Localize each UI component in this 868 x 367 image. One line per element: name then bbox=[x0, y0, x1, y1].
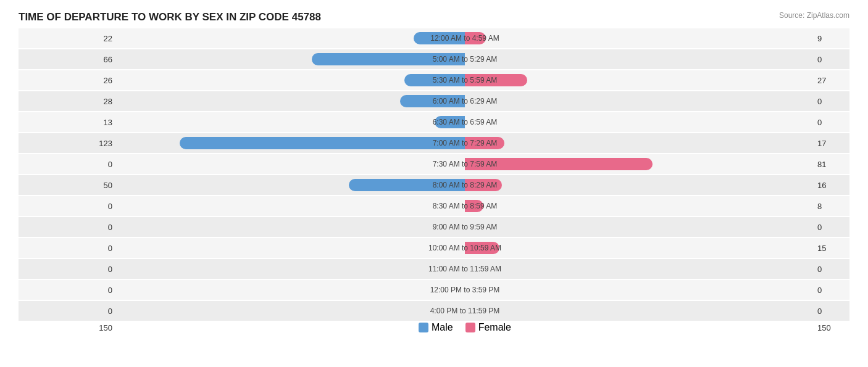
bar-center: 10:00 AM to 10:59 AM bbox=[117, 238, 812, 258]
source-label: Source: ZipAtlas.com bbox=[779, 11, 849, 20]
male-value: 0 bbox=[19, 265, 117, 274]
male-bar bbox=[435, 116, 465, 128]
chart-area: 2212:00 AM to 4:59 AM9665:00 AM to 5:29 … bbox=[19, 28, 849, 321]
male-value: 66 bbox=[19, 55, 117, 64]
table-row: 010:00 AM to 10:59 AM15 bbox=[19, 238, 849, 258]
female-value: 0 bbox=[812, 97, 849, 106]
male-value: 26 bbox=[19, 76, 117, 85]
table-row: 265:30 AM to 5:59 AM27 bbox=[19, 70, 849, 90]
bar-center: 5:30 AM to 5:59 AM bbox=[117, 70, 812, 90]
bar-center: 9:00 AM to 9:59 AM bbox=[117, 217, 812, 237]
female-bar bbox=[465, 74, 527, 86]
legend-female-box bbox=[465, 323, 475, 332]
female-value: 27 bbox=[812, 76, 849, 85]
table-row: 665:00 AM to 5:29 AM0 bbox=[19, 49, 849, 69]
bar-center: 6:30 AM to 6:59 AM bbox=[117, 112, 812, 132]
female-bar bbox=[465, 242, 499, 254]
bar-center: 4:00 PM to 11:59 PM bbox=[117, 301, 812, 321]
bar-center: 12:00 PM to 3:59 PM bbox=[117, 280, 812, 300]
female-value: 0 bbox=[812, 223, 849, 232]
female-value: 0 bbox=[812, 265, 849, 274]
legend-male-box bbox=[419, 323, 428, 332]
table-row: 011:00 AM to 11:59 AM0 bbox=[19, 259, 849, 279]
male-value: 13 bbox=[19, 118, 117, 127]
bar-center: 7:30 AM to 7:59 AM bbox=[117, 154, 812, 174]
bar-center: 8:00 AM to 8:29 AM bbox=[117, 175, 812, 195]
female-bar bbox=[465, 200, 483, 212]
male-value: 123 bbox=[19, 139, 117, 148]
chart-container: TIME OF DEPARTURE TO WORK BY SEX IN ZIP … bbox=[0, 0, 868, 358]
legend-female: Female bbox=[465, 322, 511, 333]
legend: Male Female bbox=[117, 322, 812, 333]
female-value: 15 bbox=[812, 244, 849, 253]
female-bar bbox=[465, 158, 653, 170]
female-value: 0 bbox=[812, 118, 849, 127]
male-value: 0 bbox=[19, 160, 117, 169]
table-row: 012:00 PM to 3:59 PM0 bbox=[19, 280, 849, 300]
male-value: 50 bbox=[19, 181, 117, 190]
table-row: 508:00 AM to 8:29 AM16 bbox=[19, 175, 849, 195]
female-value: 81 bbox=[812, 160, 849, 169]
table-row: 04:00 PM to 11:59 PM0 bbox=[19, 301, 849, 321]
male-bar bbox=[180, 137, 465, 149]
bar-center: 8:30 AM to 8:59 AM bbox=[117, 196, 812, 216]
male-value: 0 bbox=[19, 244, 117, 253]
legend-male: Male bbox=[419, 322, 453, 333]
male-value: 0 bbox=[19, 307, 117, 316]
female-value: 9 bbox=[812, 34, 849, 43]
male-value: 22 bbox=[19, 34, 117, 43]
female-value: 16 bbox=[812, 181, 849, 190]
table-row: 1237:00 AM to 7:29 AM17 bbox=[19, 133, 849, 153]
chart-title: TIME OF DEPARTURE TO WORK BY SEX IN ZIP … bbox=[19, 11, 849, 23]
female-value: 0 bbox=[812, 307, 849, 316]
legend-female-label: Female bbox=[478, 322, 511, 333]
male-bar bbox=[400, 95, 465, 107]
table-row: 136:30 AM to 6:59 AM0 bbox=[19, 112, 849, 132]
female-bar bbox=[465, 179, 502, 191]
male-bar bbox=[312, 53, 465, 65]
female-bar bbox=[465, 32, 486, 44]
bar-center: 7:00 AM to 7:29 AM bbox=[117, 133, 812, 153]
female-bar bbox=[465, 137, 504, 149]
bar-center: 6:00 AM to 6:29 AM bbox=[117, 91, 812, 111]
male-value: 0 bbox=[19, 223, 117, 232]
male-value: 28 bbox=[19, 97, 117, 106]
table-row: 08:30 AM to 8:59 AM8 bbox=[19, 196, 849, 216]
male-bar bbox=[414, 32, 465, 44]
female-value: 17 bbox=[812, 139, 849, 148]
bar-center: 5:00 AM to 5:29 AM bbox=[117, 49, 812, 69]
table-row: 07:30 AM to 7:59 AM81 bbox=[19, 154, 849, 174]
female-value: 0 bbox=[812, 55, 849, 64]
legend-male-label: Male bbox=[432, 322, 453, 333]
male-bar bbox=[349, 179, 465, 191]
female-value: 8 bbox=[812, 202, 849, 211]
axis-left-label: 150 bbox=[19, 323, 117, 332]
table-row: 09:00 AM to 9:59 AM0 bbox=[19, 217, 849, 237]
axis-right-label: 150 bbox=[812, 323, 849, 332]
male-bar bbox=[404, 74, 465, 86]
male-value: 0 bbox=[19, 202, 117, 211]
table-row: 286:00 AM to 6:29 AM0 bbox=[19, 91, 849, 111]
table-row: 2212:00 AM to 4:59 AM9 bbox=[19, 28, 849, 48]
bar-center: 12:00 AM to 4:59 AM bbox=[117, 28, 812, 48]
female-value: 0 bbox=[812, 286, 849, 295]
bottom-row: 150 Male Female 150 bbox=[19, 322, 849, 333]
bar-center: 11:00 AM to 11:59 AM bbox=[117, 259, 812, 279]
male-value: 0 bbox=[19, 286, 117, 295]
